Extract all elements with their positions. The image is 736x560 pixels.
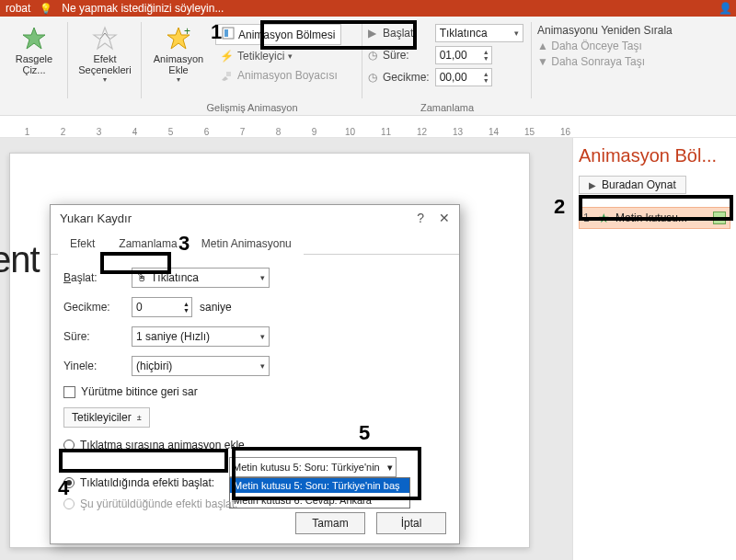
ruler-tick: 2 bbox=[45, 127, 81, 137]
chevron-down-icon: ▾ bbox=[260, 273, 265, 282]
animation-list-item[interactable]: 1 ★ Metin kutusu... bbox=[579, 207, 730, 229]
duration-label: Süre: bbox=[63, 330, 124, 343]
svg-marker-0 bbox=[23, 28, 45, 49]
move-later-button: ▼ Daha Sonraya Taşı bbox=[537, 55, 673, 68]
help-button[interactable]: ? bbox=[417, 211, 424, 225]
account-icon[interactable]: 👤 bbox=[719, 2, 732, 15]
item-label: Metin kutusu... bbox=[615, 211, 687, 224]
duration-label: Süre: bbox=[383, 49, 430, 62]
delay-label: Gecikme: bbox=[63, 301, 124, 314]
star-icon: ★ bbox=[598, 211, 610, 225]
pane-title: Animasyon Böl... bbox=[579, 145, 730, 166]
play-icon: ▶ bbox=[368, 27, 377, 40]
ruler-tick: 7 bbox=[224, 127, 260, 137]
start-select[interactable]: 🖱 Tıklatınca ▾ bbox=[132, 268, 270, 288]
slide-text: ent bbox=[0, 239, 40, 280]
pane-icon bbox=[222, 27, 235, 42]
title-bar: robat 💡 Ne yapmak istediğinizi söyleyin.… bbox=[0, 0, 736, 17]
chevron-down-icon: ▾ bbox=[514, 29, 519, 38]
ruler-tick: 8 bbox=[260, 127, 296, 137]
svg-rect-7 bbox=[226, 72, 231, 76]
trigger-object-select[interactable]: Metin kutusu 5: Soru: Türkiye'nin ▾ bbox=[229, 457, 397, 477]
svg-rect-5 bbox=[224, 29, 228, 37]
svg-marker-6 bbox=[222, 76, 228, 81]
effect-options-dialog: Yukarı Kaydır ? ✕ Efekt Zamanlama Metin … bbox=[50, 204, 460, 544]
effect-options-icon bbox=[92, 26, 118, 51]
ruler-tick: 1 bbox=[9, 127, 45, 137]
start-select[interactable]: Tıklatınca▾ bbox=[435, 24, 523, 42]
move-earlier-button: ▲ Daha Önceye Taşı bbox=[537, 40, 673, 52]
chevron-down-icon: ▾ bbox=[387, 462, 393, 474]
group-label: Zamanlama bbox=[420, 102, 474, 115]
reorder-title: Animasyonu Yeniden Sırala bbox=[537, 24, 673, 37]
ruler-tick: 13 bbox=[440, 127, 476, 137]
delay-icon: ◷ bbox=[368, 71, 377, 84]
tab-effect[interactable]: Efekt bbox=[58, 232, 107, 255]
mouse-icon: 🖱 bbox=[136, 271, 147, 284]
brush-icon bbox=[219, 68, 234, 83]
rewind-checkbox[interactable]: Yürütme bitince geri sar bbox=[63, 385, 446, 398]
play-icon: ▶ bbox=[589, 180, 596, 190]
ruler-tick: 16 bbox=[547, 127, 583, 137]
acrobat-label: robat bbox=[6, 2, 30, 15]
ruler-tick: 14 bbox=[476, 127, 512, 137]
ruler-tick: 4 bbox=[117, 127, 153, 137]
callout-number: 3 bbox=[178, 232, 190, 256]
tab-text-anim[interactable]: Metin Animasyonu bbox=[190, 232, 304, 255]
dropdown-option[interactable]: Metin kutusu 6: Cevap: Ankara bbox=[230, 493, 409, 508]
ribbon: Rasgele Çiz... Efekt Seçenekleri ▾ + Ani… bbox=[0, 17, 736, 116]
callout-number: 1 bbox=[211, 20, 222, 44]
horizontal-ruler: 12345678910111213141516 bbox=[0, 116, 736, 138]
dropdown-option[interactable]: Metin kutusu 5: Soru: Türkiye'nin baş bbox=[230, 478, 409, 493]
svg-marker-1 bbox=[94, 28, 116, 49]
callout-number: 5 bbox=[359, 421, 370, 445]
ruler-tick: 11 bbox=[368, 127, 404, 137]
chevron-up-icon: ± bbox=[137, 413, 142, 422]
group-label: Gelişmiş Animasyon bbox=[206, 102, 297, 115]
play-from-here-button[interactable]: ▶ Buradan Oynat bbox=[579, 176, 686, 194]
chevron-down-icon: ▾ bbox=[288, 51, 293, 61]
ruler-tick: 12 bbox=[404, 127, 440, 137]
repeat-select[interactable]: (hiçbiri) ▾ bbox=[132, 356, 270, 376]
lightning-icon: ⚡ bbox=[219, 49, 234, 63]
triggers-toggle-button[interactable]: Tetikleyiciler ± bbox=[63, 407, 150, 428]
ok-button[interactable]: Tamam bbox=[295, 512, 365, 534]
lightbulb-icon: 💡 bbox=[40, 3, 52, 15]
dialog-title: Yukarı Kaydır bbox=[60, 211, 132, 225]
cancel-button[interactable]: İptal bbox=[376, 512, 446, 534]
unit-label: saniye bbox=[200, 301, 232, 314]
animation-pane: Animasyon Böl... ▶ Buradan Oynat 1 ★ Met… bbox=[572, 138, 736, 560]
timeline-bar bbox=[713, 211, 726, 224]
close-button[interactable]: ✕ bbox=[439, 211, 450, 225]
duration-select[interactable]: 1 saniye (Hızlı) ▾ bbox=[132, 326, 270, 347]
callout-number: 4 bbox=[58, 476, 69, 500]
checkbox-icon bbox=[63, 386, 75, 398]
chevron-down-icon: ▾ bbox=[177, 75, 180, 84]
callout-number: 2 bbox=[554, 195, 565, 219]
star-icon bbox=[21, 26, 47, 51]
repeat-label: Yinele: bbox=[63, 360, 124, 372]
duration-spinner[interactable]: 01,00 ▲▼ bbox=[435, 46, 492, 64]
radio-icon bbox=[63, 440, 75, 451]
dialog-tabs: Efekt Zamanlama Metin Animasyonu bbox=[51, 231, 459, 255]
item-index: 1 bbox=[583, 211, 592, 224]
clock-icon: ◷ bbox=[368, 49, 377, 62]
rasgele-cizgiler-button[interactable]: Rasgele Çiz... bbox=[5, 20, 63, 75]
start-label: Başlat: bbox=[383, 27, 430, 40]
delay-spinner[interactable]: 0 ▲▼ bbox=[132, 297, 192, 317]
radio-click-sequence[interactable]: Tıklatma sırasına animasyon ekle bbox=[63, 439, 446, 451]
animation-painter-button: Animasyon Boyacısı bbox=[215, 67, 341, 84]
ruler-tick: 9 bbox=[296, 127, 332, 137]
chevron-down-icon: ▾ bbox=[260, 332, 265, 341]
animasyon-ekle-button[interactable]: + Animasyon Ekle ▾ bbox=[147, 20, 210, 84]
chevron-down-icon: ▾ bbox=[103, 75, 107, 84]
efekt-secenekleri-button[interactable]: Efekt Seçenekleri ▾ bbox=[75, 20, 134, 84]
add-animation-icon: + bbox=[166, 26, 191, 51]
trigger-button[interactable]: ⚡ Tetikleyici ▾ bbox=[215, 48, 341, 64]
delay-spinner[interactable]: 00,00 ▲▼ bbox=[435, 68, 492, 86]
delay-label: Gecikme: bbox=[383, 71, 430, 84]
tell-me-input[interactable]: Ne yapmak istediğinizi söyleyin... bbox=[62, 2, 224, 15]
animation-pane-button[interactable]: Animasyon Bölmesi bbox=[215, 24, 341, 45]
tab-timing[interactable]: Zamanlama bbox=[107, 232, 189, 255]
trigger-object-dropdown[interactable]: Metin kutusu 5: Soru: Türkiye'nin baş Me… bbox=[229, 477, 410, 509]
